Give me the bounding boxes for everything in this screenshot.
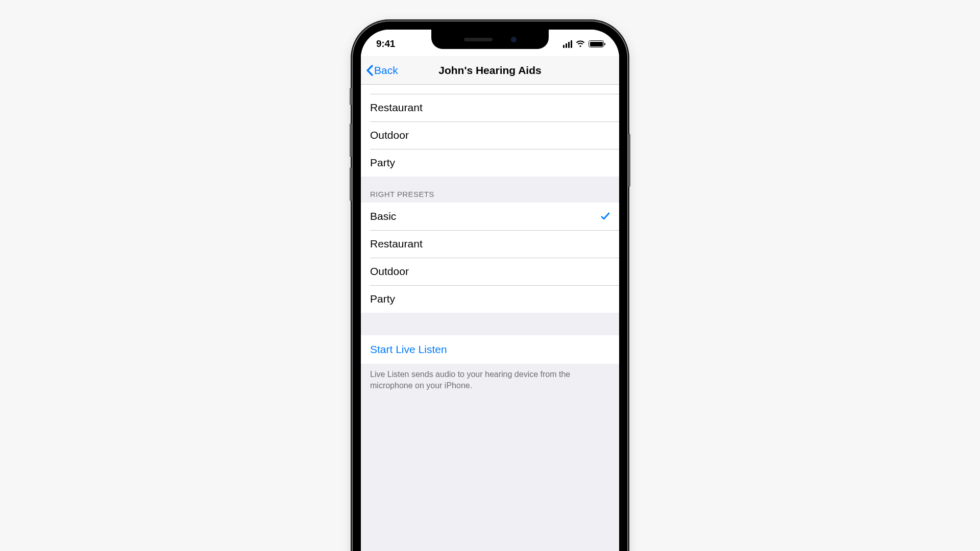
battery-icon — [589, 40, 604, 47]
screen: 9:41 Back John's Hearing Aids Basic — [361, 30, 619, 551]
preset-row-left-outdoor[interactable]: Outdoor — [361, 121, 619, 149]
back-button[interactable]: Back — [366, 64, 398, 77]
back-label: Back — [374, 64, 398, 77]
earpiece-speaker — [464, 38, 493, 41]
checkmark-icon — [601, 212, 610, 221]
status-time: 9:41 — [376, 38, 395, 49]
section-gap — [361, 313, 619, 335]
preset-label: Outdoor — [370, 265, 409, 278]
volume-up-button — [350, 123, 352, 157]
action-label: Start Live Listen — [370, 343, 447, 356]
wifi-icon — [575, 40, 585, 48]
right-presets-group: Basic Restaurant Outdoor Party — [361, 203, 619, 313]
preset-label: Party — [370, 293, 395, 305]
left-presets-group: Basic Restaurant Outdoor Party — [361, 85, 619, 177]
cellular-icon — [563, 40, 573, 48]
navigation-bar: Back John's Hearing Aids — [361, 56, 619, 85]
preset-row-left-basic[interactable]: Basic — [361, 85, 619, 94]
volume-down-button — [350, 167, 352, 201]
notch — [431, 30, 549, 49]
preset-label: Restaurant — [370, 102, 423, 114]
preset-row-left-party[interactable]: Party — [361, 149, 619, 177]
side-button — [628, 134, 630, 187]
preset-row-right-outdoor[interactable]: Outdoor — [361, 258, 619, 285]
right-presets-header: RIGHT PRESETS — [361, 177, 619, 203]
preset-label: Outdoor — [370, 129, 409, 141]
preset-row-left-restaurant[interactable]: Restaurant — [361, 94, 619, 121]
front-camera — [511, 37, 517, 42]
start-live-listen-button[interactable]: Start Live Listen — [361, 335, 619, 364]
silence-switch — [350, 88, 352, 105]
chevron-left-icon — [366, 65, 373, 76]
preset-row-right-restaurant[interactable]: Restaurant — [361, 230, 619, 258]
preset-label: Party — [370, 157, 395, 169]
page-title: John's Hearing Aids — [361, 64, 619, 77]
live-listen-footer: Live Listen sends audio to your hearing … — [361, 364, 619, 391]
preset-label: Basic — [370, 210, 396, 222]
content-scroll[interactable]: Basic Restaurant Outdoor Party RIGHT PRE… — [361, 85, 619, 391]
preset-label: Restaurant — [370, 238, 423, 250]
preset-row-right-basic[interactable]: Basic — [361, 203, 619, 230]
preset-row-right-party[interactable]: Party — [361, 285, 619, 313]
iphone-device-frame: 9:41 Back John's Hearing Aids Basic — [353, 21, 627, 551]
status-indicators — [563, 40, 604, 48]
